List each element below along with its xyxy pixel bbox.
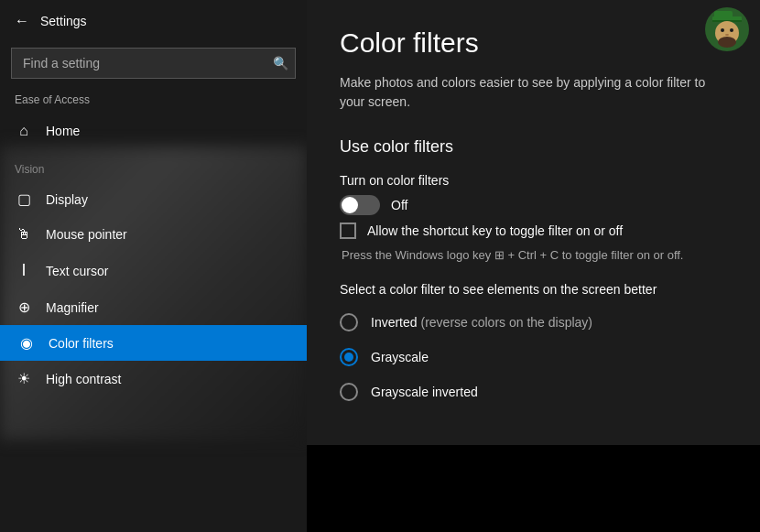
sidebar-header: ← Settings	[0, 0, 307, 42]
radio-grayscale-label: Grayscale	[371, 350, 429, 364]
sidebar-item-magnifier[interactable]: ⊕ Magnifier	[0, 289, 307, 325]
search-input[interactable]	[11, 48, 296, 79]
back-button[interactable]: ←	[15, 13, 29, 29]
sidebar-item-label: Text cursor	[46, 264, 108, 278]
radio-grayscale[interactable]: Grayscale	[340, 348, 727, 366]
sidebar: ← Settings 🔍 Ease of Access ⌂ Home Visio…	[0, 0, 307, 532]
main-wrapper: Color filters Make photos and colors eas…	[307, 0, 760, 532]
sidebar-item-text-cursor[interactable]: I Text cursor	[0, 252, 307, 289]
search-icon[interactable]: 🔍	[273, 56, 288, 71]
svg-point-5	[730, 28, 733, 32]
page-title: Color filters	[340, 27, 727, 59]
shortcut-hint: Press the Windows logo key ⊞ + Ctrl + C …	[340, 248, 727, 262]
color-filters-icon: ◉	[17, 334, 36, 352]
text-cursor-icon: I	[15, 261, 33, 280]
page-description: Make photos and colors easier to see by …	[340, 73, 724, 112]
sidebar-item-label: Display	[46, 192, 88, 207]
vision-label: Vision	[0, 148, 307, 181]
sidebar-item-display[interactable]: ▢ Display	[0, 181, 307, 217]
radio-inverted-label: Inverted (reverse colors on the display)	[371, 315, 592, 330]
sidebar-item-label: Mouse pointer	[46, 227, 127, 242]
sidebar-item-color-filters[interactable]: ◉ Color filters	[0, 325, 307, 361]
search-bar: 🔍	[11, 48, 296, 79]
sidebar-item-mouse-pointer[interactable]: 🖱 Mouse pointer	[0, 217, 307, 252]
sidebar-item-label: High contrast	[46, 372, 121, 386]
sidebar-item-label: Home	[46, 124, 80, 138]
nav-items: ⌂ Home Vision ▢ Display 🖱 Mouse pointer …	[0, 114, 307, 396]
toggle-row: Off	[340, 195, 727, 215]
radio-grayscale-inverted[interactable]: Grayscale inverted	[340, 383, 727, 401]
avatar	[705, 7, 749, 51]
checkbox-label: Allow the shortcut key to toggle filter …	[367, 223, 623, 238]
app-title: Settings	[40, 14, 87, 28]
toggle-knob	[342, 197, 358, 213]
sidebar-item-home[interactable]: ⌂ Home	[0, 114, 307, 148]
main-content: Color filters Make photos and colors eas…	[307, 0, 760, 445]
toggle-state-label: Off	[391, 198, 407, 212]
home-icon: ⌂	[15, 123, 33, 139]
avatar-svg	[705, 7, 749, 51]
radio-inverted-circle	[340, 313, 358, 331]
use-color-filters-heading: Use color filters	[340, 137, 727, 157]
radio-grayscale-inverted-circle	[340, 383, 358, 401]
section-label: Ease of Access	[0, 90, 307, 114]
display-icon: ▢	[15, 190, 33, 208]
color-filters-toggle[interactable]	[340, 195, 380, 215]
svg-point-7	[718, 37, 736, 48]
sidebar-item-label: Color filters	[49, 336, 114, 351]
mouse-pointer-icon: 🖱	[15, 226, 33, 243]
shortcut-checkbox[interactable]	[340, 223, 356, 239]
radio-grayscale-inverted-label: Grayscale inverted	[371, 385, 478, 399]
magnifier-icon: ⊕	[15, 299, 33, 316]
turn-on-label: Turn on color filters	[340, 173, 727, 188]
sidebar-item-label: Magnifier	[46, 300, 99, 315]
svg-point-4	[721, 28, 724, 32]
avatar-area	[705, 7, 749, 51]
svg-point-6	[725, 34, 729, 36]
radio-inverted-sub: (reverse colors on the display)	[420, 315, 592, 330]
sidebar-item-high-contrast[interactable]: ☀ High contrast	[0, 361, 307, 396]
radio-inverted[interactable]: Inverted (reverse colors on the display)	[340, 313, 727, 331]
svg-rect-1	[714, 11, 733, 20]
filter-select-label: Select a color filter to see elements on…	[340, 282, 727, 297]
radio-grayscale-circle	[340, 348, 358, 366]
high-contrast-icon: ☀	[15, 370, 33, 387]
shortcut-checkbox-row: Allow the shortcut key to toggle filter …	[340, 223, 727, 239]
